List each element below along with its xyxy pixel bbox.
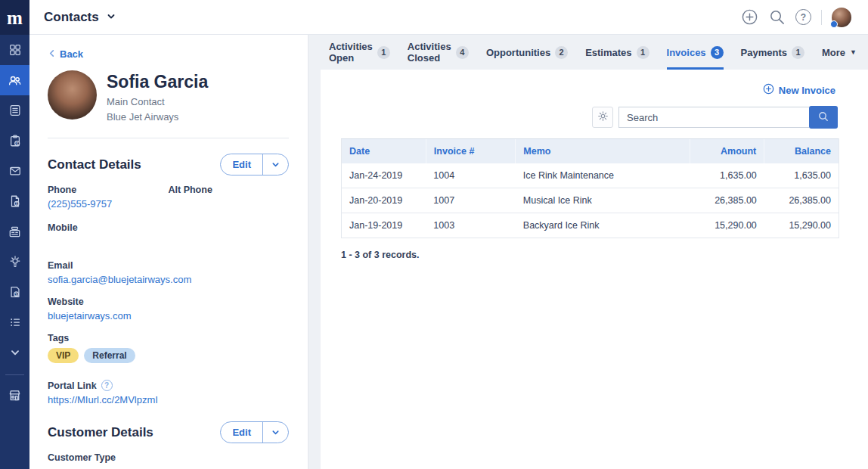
clipboard-dollar-icon: $ — [8, 134, 22, 148]
page-title-dropdown[interactable]: Contacts — [44, 10, 116, 25]
avatar-status-badge — [830, 20, 838, 28]
contact-name: Sofia Garcia — [107, 72, 208, 92]
tab-count-badge: 4 — [456, 46, 469, 59]
lightbulb-icon — [8, 255, 22, 269]
magnifier-icon — [817, 110, 829, 125]
bullet-list-icon — [8, 315, 22, 329]
search-input[interactable] — [618, 107, 809, 128]
contact-company: Blue Jet Airways — [107, 110, 208, 125]
svg-text:$: $ — [16, 141, 18, 146]
topbar: Contacts ? — [29, 0, 868, 35]
gear-icon — [597, 110, 609, 124]
title-caret-icon — [107, 11, 116, 24]
add-icon[interactable] — [741, 8, 758, 26]
topbar-divider — [821, 10, 822, 25]
email-link[interactable]: sofia.garcia@bluejetairways.com — [48, 274, 191, 285]
envelope-icon — [8, 164, 22, 178]
back-chevron-icon — [48, 48, 56, 60]
app-logo[interactable]: m — [0, 0, 29, 35]
tab-activities-open[interactable]: Activities Open1 — [329, 35, 390, 70]
svg-text:$: $ — [15, 292, 17, 297]
mobile-value — [48, 236, 172, 250]
tab-payments[interactable]: Payments1 — [741, 35, 804, 70]
sidebar-item-opportunities[interactable] — [0, 247, 29, 277]
storefront-icon — [8, 388, 22, 402]
portal-link-label: Portal Link — [48, 380, 97, 391]
column-header-balance[interactable]: Balance — [764, 139, 839, 164]
mobile-label: Mobile — [48, 222, 172, 233]
sidebar-item-estimates[interactable]: $ — [0, 126, 29, 156]
search-icon[interactable] — [768, 8, 786, 26]
page-title: Contacts — [44, 10, 99, 25]
contact-role: Main Contact — [107, 95, 208, 110]
alt-phone-label: Alt Phone — [169, 185, 290, 195]
tab-activities-closed[interactable]: Activities Closed4 — [408, 35, 469, 70]
sidebar-item-expand-more[interactable] — [0, 337, 29, 368]
grid-settings-button[interactable] — [592, 107, 613, 128]
cash-register-icon — [8, 225, 22, 239]
customer-details-edit-button[interactable]: Edit — [220, 421, 289, 443]
contact-panel: Back Sofia Garcia Main Contact Blue Jet … — [29, 35, 308, 469]
user-avatar[interactable] — [832, 8, 851, 27]
sidebar-item-payments[interactable] — [0, 216, 29, 247]
table-row[interactable]: Jan-19-2019 1003 Backyard Ice Rink 15,29… — [342, 213, 839, 238]
portal-link[interactable]: https://MIurl.cc/2MVlpzmI — [48, 394, 158, 405]
chevron-down-icon — [8, 346, 22, 359]
table-row[interactable]: Jan-24-2019 1004 Ice Rink Maintenance 1,… — [342, 163, 839, 188]
tab-count-badge: 1 — [792, 46, 804, 59]
portal-help-icon[interactable]: ? — [101, 380, 113, 391]
tab-invoices[interactable]: Invoices3 — [667, 35, 724, 70]
column-header-amount[interactable]: Amount — [690, 139, 764, 164]
app-window: m $ $ $ — [0, 0, 868, 469]
phone-link[interactable]: (225)555-9757 — [48, 198, 112, 210]
nav-rail: m $ $ $ — [0, 0, 29, 469]
back-button[interactable]: Back — [48, 48, 83, 60]
tab-count-badge: 3 — [711, 46, 724, 59]
contact-avatar — [48, 70, 97, 120]
tab-count-badge: 2 — [555, 46, 568, 59]
invoices-card: New Invoice — [321, 70, 868, 469]
sidebar-item-lists[interactable] — [0, 307, 29, 337]
sidebar-item-credits[interactable]: $ — [0, 277, 29, 307]
records-count: 1 - 3 of 3 records. — [341, 250, 868, 260]
edit-caret-icon[interactable] — [263, 422, 288, 443]
column-header-date[interactable]: Date — [342, 139, 426, 164]
sidebar-item-invoices[interactable]: $ — [0, 186, 29, 216]
help-icon[interactable]: ? — [795, 9, 811, 25]
search-submit-button[interactable] — [809, 106, 838, 129]
contact-details-title: Contact Details — [48, 157, 141, 172]
refund-doc-icon: $ — [8, 285, 22, 299]
sidebar-item-apps-marketplace[interactable] — [0, 380, 29, 410]
column-header-invoice-number[interactable]: Invoice # — [426, 139, 515, 164]
customer-details-title: Customer Details — [48, 425, 153, 440]
note-list-icon — [8, 104, 22, 117]
more-caret-icon: ▼ — [850, 48, 857, 56]
website-link[interactable]: bluejetairways.com — [48, 310, 132, 321]
contact-details-edit-button[interactable]: Edit — [220, 154, 289, 175]
tab-opportunities[interactable]: Opportunities2 — [486, 35, 568, 70]
tab-count-badge: 1 — [377, 46, 390, 59]
customer-type-label: Customer Type — [48, 452, 172, 463]
sidebar-item-activities[interactable] — [0, 95, 29, 126]
tags-label: Tags — [48, 333, 172, 343]
sidebar-item-email[interactable] — [0, 156, 29, 186]
email-label: Email — [48, 260, 172, 271]
column-header-memo[interactable]: Memo — [516, 139, 690, 164]
tab-estimates[interactable]: Estimates1 — [585, 35, 649, 70]
svg-text:$: $ — [15, 201, 17, 206]
invoices-table: Date Invoice # Memo Amount Balance Jan-2… — [341, 138, 839, 238]
new-invoice-button[interactable]: New Invoice — [763, 83, 835, 97]
tag-vip: VIP — [48, 348, 79, 363]
invoice-doc-icon: $ — [8, 194, 22, 208]
edit-caret-icon[interactable] — [263, 154, 288, 175]
phone-label: Phone — [48, 185, 169, 195]
sidebar-item-dashboard[interactable] — [0, 35, 29, 65]
contacts-people-icon — [8, 73, 22, 88]
alt-phone-value — [169, 198, 290, 212]
tab-more[interactable]: More▼ — [822, 47, 857, 58]
rail-divider — [5, 374, 24, 375]
tab-count-badge: 1 — [637, 46, 649, 59]
sidebar-item-contacts[interactable] — [0, 65, 29, 95]
table-row[interactable]: Jan-20-2019 1007 Musical Ice Rink 26,385… — [342, 188, 839, 213]
record-tabs: Activities Open1 Activities Closed4 Oppo… — [308, 35, 868, 70]
